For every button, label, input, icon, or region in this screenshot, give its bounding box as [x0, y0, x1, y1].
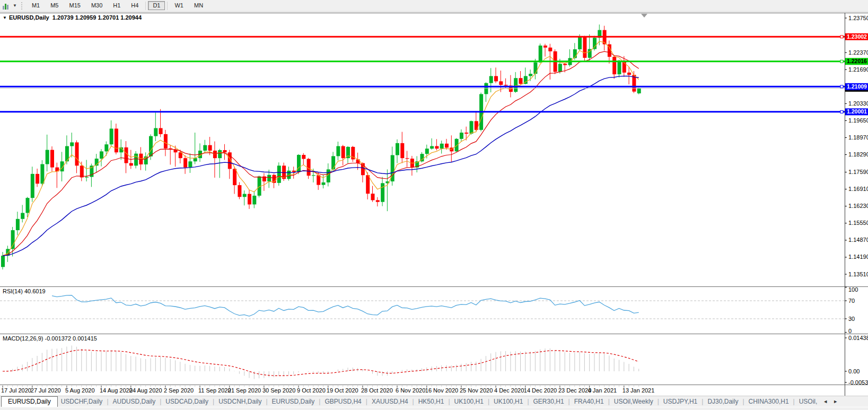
tab-separator: | — [318, 396, 321, 407]
chart-tool-icon[interactable] — [2, 1, 12, 10]
tab-eurusd-daily-active[interactable]: EURUSD,Daily — [1, 396, 58, 407]
bar-icon — [3, 6, 4, 10]
candle-body — [627, 73, 631, 75]
candle-body — [539, 46, 542, 63]
candle-body — [445, 144, 449, 148]
tab-separator: | — [607, 396, 611, 407]
candle-body — [336, 146, 340, 156]
tab-gbpusd-h4[interactable]: GBPUSD,H4 — [321, 396, 364, 407]
candle-body — [262, 177, 266, 181]
time-axis-label: 4 Jan 2021 — [588, 387, 617, 394]
candle-body — [519, 78, 523, 84]
chevron-down-icon[interactable]: ▼ — [13, 3, 17, 8]
tabs-scroll-right-icon[interactable]: ► — [830, 396, 840, 407]
tab-separator: | — [411, 396, 415, 407]
candle-body — [21, 213, 24, 219]
macd-axis-label: -0.005396 — [848, 379, 868, 386]
tab-separator: | — [567, 396, 571, 407]
candle-body — [366, 175, 370, 194]
candle-body — [85, 177, 89, 178]
line-anchor-handle[interactable] — [840, 85, 843, 88]
tabs-scroll-left-icon[interactable]: ◄ — [820, 396, 830, 407]
candle-body — [529, 74, 532, 76]
price-axis-label: 1.17590 — [848, 169, 868, 175]
tab-fra40-h1[interactable]: FRA40,H1 — [571, 396, 607, 407]
tab-audusd-daily[interactable]: AUDUSD,Daily — [110, 396, 159, 407]
candle-body — [543, 46, 547, 48]
candle-body — [248, 194, 251, 205]
candle-body — [218, 150, 222, 158]
rsi-axis-label: 70 — [848, 298, 855, 304]
chart-title: ▼EURUSD,Daily 1.20739 1.20959 1.20701 1.… — [3, 14, 142, 21]
tab-china300-h1[interactable]: CHINA300,H1 — [746, 396, 792, 407]
candle-body — [1, 256, 5, 267]
candle-body — [381, 183, 384, 202]
price-axis-label: 1.19650 — [848, 117, 868, 124]
tab-separator: | — [159, 396, 162, 407]
price-axis-label: 1.22370 — [848, 49, 868, 56]
candle-body — [50, 150, 54, 168]
timeframe-m1-button[interactable]: M1 — [27, 1, 45, 10]
tab-uk100-h1[interactable]: UK100,H1 — [451, 396, 487, 407]
line-anchor-handle[interactable] — [840, 60, 843, 63]
toolbar-grip[interactable] — [21, 2, 24, 10]
candle-body — [425, 149, 429, 154]
line-anchor-handle[interactable] — [840, 110, 843, 113]
candle-body — [440, 144, 444, 149]
timeframe-m30-button[interactable]: M30 — [86, 1, 107, 10]
candle-body — [243, 194, 247, 197]
candle-body — [504, 85, 508, 85]
candle-body — [312, 175, 315, 176]
tab-separator: | — [365, 396, 369, 407]
price-level-badge-text: 1.21009 — [847, 83, 867, 90]
timeframe-w1-button[interactable]: W1 — [170, 1, 188, 10]
time-axis-label: 14 Aug 2020 — [100, 387, 133, 394]
tab-separator: | — [741, 396, 745, 407]
time-axis-label: 6 Nov 2020 — [396, 387, 425, 394]
timeframe-h4-button[interactable]: H4 — [126, 1, 143, 10]
tab-ger30-h1[interactable]: GER30,H1 — [530, 396, 567, 407]
toolbar: ▼ M1M5M15M30H1H4D1W1MN — [0, 0, 868, 12]
tab-xauusd-h4[interactable]: XAUUSD,H4 — [369, 396, 411, 407]
collapse-icon[interactable]: ▼ — [3, 15, 7, 20]
time-axis-label: 24 Aug 2020 — [129, 387, 162, 394]
timeframe-h1-button[interactable]: H1 — [108, 1, 125, 10]
candle-body — [115, 128, 118, 152]
timeframe-d1-button[interactable]: D1 — [148, 1, 165, 10]
candle-body — [26, 198, 30, 213]
tab-usdchf-daily[interactable]: USDCHF,Daily — [58, 396, 106, 407]
price-axis-label: 1.16230 — [848, 203, 868, 209]
tab-eurusd-daily[interactable]: EURUSD,Daily — [269, 396, 318, 407]
time-axis-label: 21 Sep 2020 — [228, 387, 261, 394]
price-axis-label: 1.21690 — [848, 66, 868, 73]
timeframe-m15-button[interactable]: M15 — [64, 1, 85, 10]
time-axis-label: 16 Nov 2020 — [425, 387, 458, 394]
candle-body — [563, 64, 567, 65]
price-axis-label: 1.14190 — [848, 254, 868, 260]
timeframe-mn-button[interactable]: MN — [189, 1, 208, 10]
candle-body — [371, 194, 375, 200]
candle-body — [129, 163, 133, 166]
time-axis-label: 9 Oct 2020 — [297, 387, 326, 394]
chart-tabs-bar: EURUSD,DailyUSDCHF,Daily|AUDUSD,Daily|US… — [0, 396, 868, 407]
price-chart[interactable]: 17 Jul 202027 Jul 20205 Aug 202014 Aug 2… — [0, 0, 868, 396]
time-axis-label: 5 Aug 2020 — [65, 387, 95, 394]
rsi-axis-label: 0 — [848, 328, 852, 334]
line-anchor-handle[interactable] — [840, 36, 843, 38]
candle-body — [499, 81, 503, 85]
price-axis-label: 1.18290 — [848, 151, 868, 158]
tab-usdjpy-h1[interactable]: USDJPY,H1 — [660, 396, 700, 407]
rsi-indicator-label: RSI(14) 40.6019 — [3, 288, 46, 294]
candle-body — [154, 128, 157, 136]
tab-dj30-daily[interactable]: DJ30,Daily — [704, 396, 741, 407]
tab-uk100-h1[interactable]: UK100,H1 — [490, 396, 526, 407]
timeframe-m5-button[interactable]: M5 — [46, 1, 63, 10]
tab-separator: | — [487, 396, 490, 407]
candle-body — [277, 165, 281, 183]
tab-usoil[interactable]: USOil, — [796, 396, 821, 407]
bar-icon — [5, 4, 6, 10]
tab-usdcad-daily[interactable]: USDCAD,Daily — [162, 396, 212, 407]
tab-hk50-h1[interactable]: HK50,H1 — [415, 396, 448, 407]
tab-usdcnh-daily[interactable]: USDCNH,Daily — [215, 396, 265, 407]
tab-usoil-weekly[interactable]: USOil,Weekly — [611, 396, 656, 407]
